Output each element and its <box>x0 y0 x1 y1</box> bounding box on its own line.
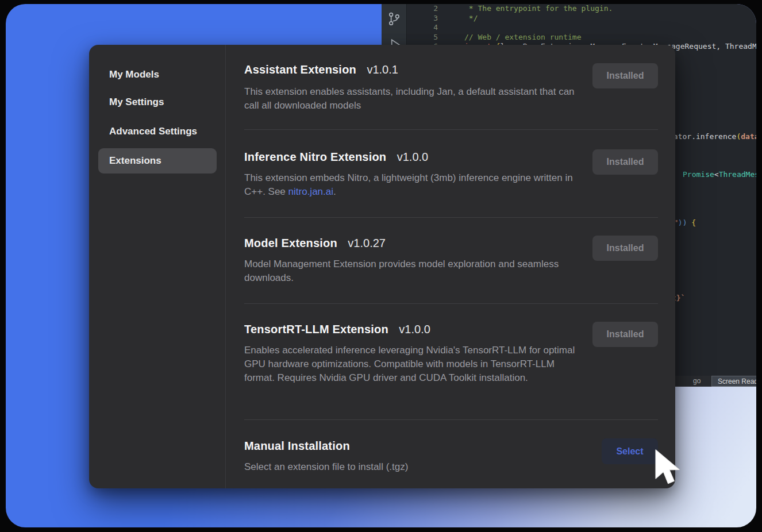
settings-modal: My Models My Settings Advanced Settings … <box>89 45 675 488</box>
code-token: rator.inference <box>669 132 736 141</box>
divider <box>244 303 658 304</box>
extension-description: This extension embeds Nitro, a lightweig… <box>244 171 578 199</box>
app-screenshot-viewport: 2 * The entrypoint for the plugin.3 */45… <box>6 4 756 527</box>
code-token: ThreadMessage <box>719 170 756 179</box>
code-fragment: Promise<ThreadMessage> <box>683 170 756 179</box>
extension-title: Model Extension <box>244 237 337 249</box>
code-line: 5// Web / extension runtime <box>407 33 756 43</box>
code-token: )) <box>678 218 687 227</box>
code-text: * The entrypoint for the plugin. <box>464 4 613 14</box>
code-text: // Web / extension runtime <box>464 33 582 43</box>
line-number: 5 <box>415 33 438 43</box>
installed-button[interactable]: Installed <box>592 149 658 175</box>
line-number: 4 <box>415 23 438 33</box>
nitro-jan-ai-link[interactable]: nitro.jan.ai <box>288 186 333 197</box>
extension-version: v1.0.0 <box>397 151 428 163</box>
extension-description: This extension enables assistants, inclu… <box>244 85 578 113</box>
extension-title-row: Inference Nitro Extension v1.0.0 <box>244 151 428 164</box>
code-token: Promise <box>683 170 714 179</box>
extensions-list: Assistant Extension v1.0.1 This extensio… <box>226 45 675 488</box>
sidebar-item-advanced-settings[interactable]: Advanced Settings <box>98 119 217 144</box>
extension-description: Model Management Extension provides mode… <box>244 257 578 285</box>
extension-version: v1.0.27 <box>348 237 386 249</box>
code-token: { <box>687 218 696 227</box>
source-control-icon[interactable] <box>387 11 402 30</box>
installed-button[interactable]: Installed <box>592 236 658 261</box>
line-number: 3 <box>415 14 438 24</box>
code-text: */ <box>464 14 478 24</box>
code-token: < <box>714 170 719 179</box>
divider <box>244 419 658 420</box>
select-button[interactable]: Select <box>602 438 658 464</box>
code-token: */ <box>464 14 478 22</box>
status-bar-text: go <box>693 377 701 385</box>
screen-reader-status[interactable]: Screen Reader Optimized <box>711 376 756 387</box>
extension-title: Assistant Extension <box>244 63 356 76</box>
installed-button[interactable]: Installed <box>592 63 658 88</box>
manual-installation-title: Manual Installation <box>244 440 350 452</box>
extension-title: TensortRT-LLM Extension <box>244 323 388 336</box>
sidebar-item-my-settings[interactable]: My Settings <box>98 90 217 115</box>
code-token: * The entrypoint for the plugin. <box>464 4 613 13</box>
extension-version: v1.0.1 <box>367 63 398 76</box>
code-fragment: ")) { <box>674 218 696 227</box>
sidebar-item-extensions[interactable]: Extensions <box>98 148 217 174</box>
extension-description: Enables accelerated inference leveraging… <box>244 344 578 385</box>
code-line: 4 <box>407 23 756 33</box>
divider <box>244 217 658 218</box>
extension-title: Inference Nitro Extension <box>244 151 386 163</box>
extension-title-row: TensortRT-LLM Extension v1.0.0 <box>244 323 430 336</box>
mouse-cursor-icon <box>652 448 682 488</box>
description-text: . <box>333 186 336 197</box>
installed-button[interactable]: Installed <box>592 322 658 347</box>
code-token: data <box>741 132 756 141</box>
manual-installation-title-row: Manual Installation <box>244 440 350 453</box>
divider <box>244 129 658 130</box>
code-fragment: rator.inference(data)); <box>669 132 756 141</box>
sidebar-item-my-models[interactable]: My Models <box>98 62 217 87</box>
code-line: 2 * The entrypoint for the plugin. <box>407 4 756 14</box>
settings-sidebar: My Models My Settings Advanced Settings … <box>89 45 226 488</box>
extension-version: v1.0.0 <box>399 323 430 336</box>
line-number: 2 <box>415 4 438 14</box>
code-token: // Web / extension runtime <box>464 33 582 41</box>
extension-title-row: Assistant Extension v1.0.1 <box>244 63 398 76</box>
extension-title-row: Model Extension v1.0.27 <box>244 237 386 250</box>
code-line: 3 */ <box>407 14 756 24</box>
manual-installation-description: Select an extension file to install (.tg… <box>244 460 578 474</box>
